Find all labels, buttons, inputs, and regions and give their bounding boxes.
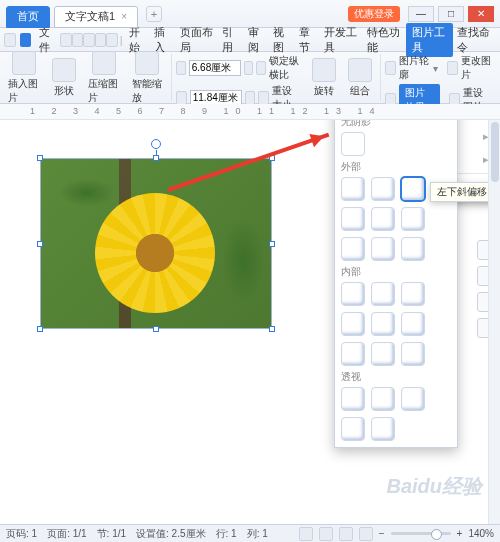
resize-handle-bl[interactable]	[37, 326, 43, 332]
vertical-scrollbar[interactable]	[488, 120, 500, 524]
shadow-persp-1[interactable]	[341, 387, 365, 411]
shadow-gallery-panel: 无阴影 外部 内部 透视	[334, 120, 458, 448]
image-icon	[12, 51, 36, 75]
zoom-out-button[interactable]: −	[379, 528, 385, 539]
section-inner-label: 内部	[341, 265, 451, 279]
shadow-outer-9[interactable]	[401, 237, 425, 261]
save-icon[interactable]	[60, 33, 72, 47]
promo-badge[interactable]: 优惠登录	[348, 6, 400, 22]
status-page[interactable]: 页码: 1	[6, 527, 37, 541]
file-icon	[20, 33, 31, 47]
resize-handle-tl[interactable]	[37, 155, 43, 161]
zoom-slider[interactable]	[391, 532, 451, 535]
menu-layout[interactable]: 页面布局	[176, 25, 219, 55]
resize-handle-br[interactable]	[269, 326, 275, 332]
stepper-icon[interactable]	[244, 61, 254, 75]
rotate-button[interactable]: 旋转	[308, 56, 340, 100]
shadow-persp-3[interactable]	[401, 387, 425, 411]
menu-dev[interactable]: 开发工具	[320, 25, 363, 55]
statusbar: 页码: 1 页面: 1/1 节: 1/1 设置值: 2.5厘米 行: 1 列: …	[0, 524, 500, 542]
view-mode-1-icon[interactable]	[299, 527, 313, 541]
shadow-inner-3[interactable]	[401, 282, 425, 306]
compress-button[interactable]: 压缩图片	[84, 49, 124, 107]
resize-handle-ml[interactable]	[37, 241, 43, 247]
menu-icon[interactable]	[4, 33, 16, 47]
menu-special[interactable]: 特色功能	[363, 25, 406, 55]
undo-icon[interactable]	[95, 33, 107, 47]
status-row: 行: 1	[216, 527, 237, 541]
size-group: 锁定纵横比 重设大小	[171, 54, 304, 101]
image-height-input[interactable]	[189, 60, 241, 76]
shadow-inner-4[interactable]	[341, 312, 365, 336]
pic-outline-button[interactable]: 图片轮廓	[399, 54, 430, 82]
zoom-in-button[interactable]: +	[457, 528, 463, 539]
resize-handle-bm[interactable]	[153, 326, 159, 332]
menubar: 文件 | 开始 插入 页面布局 引用 审阅 视图 章节 开发工具 特色功能 图片…	[0, 28, 500, 52]
new-tab-button[interactable]: +	[146, 6, 162, 22]
minimize-button[interactable]: —	[408, 6, 434, 22]
close-button[interactable]: ✕	[468, 6, 494, 22]
shadow-outer-5[interactable]	[371, 207, 395, 231]
shadow-outer-7[interactable]	[341, 237, 365, 261]
shadow-inner-7[interactable]	[341, 342, 365, 366]
zoom-label[interactable]: 140%	[468, 528, 494, 539]
view-mode-2-icon[interactable]	[319, 527, 333, 541]
shadow-inner-6[interactable]	[401, 312, 425, 336]
scale-icon	[135, 51, 159, 75]
menu-view[interactable]: 视图	[269, 25, 294, 55]
shadow-persp-2[interactable]	[371, 387, 395, 411]
workspace: 阴影(S)▸ 倒影(R)▸ 发光(G)▸ 柔化边缘(E)▸ 三维旋转(D)▸ 更…	[0, 120, 500, 524]
print-icon[interactable]	[72, 33, 84, 47]
menu-review[interactable]: 审阅	[244, 25, 269, 55]
shadow-inner-1[interactable]	[341, 282, 365, 306]
shadow-outer-3[interactable]	[401, 177, 425, 201]
shadow-outer-6[interactable]	[401, 207, 425, 231]
shadow-persp-4[interactable]	[341, 417, 365, 441]
shadow-none[interactable]	[341, 132, 365, 156]
lock-ratio-label[interactable]: 锁定纵横比	[269, 54, 300, 82]
shadow-inner-8[interactable]	[371, 342, 395, 366]
rotate-handle[interactable]	[151, 139, 161, 149]
tab-close-icon[interactable]: ×	[121, 11, 127, 22]
selected-image[interactable]	[40, 158, 272, 329]
tab-document[interactable]: 文字文稿1×	[54, 6, 138, 28]
preview-icon[interactable]	[83, 33, 95, 47]
resize-handle-tm[interactable]	[153, 155, 159, 161]
effect-group: 图片轮廓▾ 更改图片 图片效果 重设图片	[380, 54, 496, 101]
group-button[interactable]: 组合	[344, 56, 376, 100]
change-pic-button[interactable]: 更改图片	[461, 54, 492, 82]
menu-picture-tools[interactable]: 图片工具	[406, 23, 453, 57]
height-icon	[176, 61, 186, 75]
shadow-outer-4[interactable]	[341, 207, 365, 231]
shadow-inner-9[interactable]	[401, 342, 425, 366]
menu-section[interactable]: 章节	[295, 25, 320, 55]
status-pages[interactable]: 页面: 1/1	[47, 527, 86, 541]
status-col: 列: 1	[247, 527, 268, 541]
group-icon	[348, 58, 372, 82]
shadow-outer-2[interactable]	[371, 177, 395, 201]
menu-ref[interactable]: 引用	[218, 25, 243, 55]
shadow-outer-1[interactable]	[341, 177, 365, 201]
view-mode-3-icon[interactable]	[339, 527, 353, 541]
view-mode-4-icon[interactable]	[359, 527, 373, 541]
shape-icon	[52, 58, 76, 82]
resize-handle-mr[interactable]	[269, 241, 275, 247]
search-commands[interactable]: 查找命令	[453, 25, 496, 55]
insert-image-button[interactable]: 插入图片	[4, 49, 44, 107]
redo-icon[interactable]	[106, 33, 118, 47]
smart-scale-button[interactable]: 智能缩放	[128, 49, 168, 107]
shape-button[interactable]: 形状	[48, 56, 80, 100]
horizontal-ruler[interactable]	[0, 104, 500, 120]
shadow-persp-5[interactable]	[371, 417, 395, 441]
maximize-button[interactable]: □	[438, 6, 464, 22]
shadow-outer-8[interactable]	[371, 237, 395, 261]
scrollbar-thumb[interactable]	[491, 122, 499, 182]
width-icon	[176, 91, 187, 105]
stepper-icon[interactable]	[245, 91, 256, 105]
tab-home[interactable]: 首页	[6, 6, 50, 28]
reset-icon	[258, 91, 269, 105]
shadow-inner-2[interactable]	[371, 282, 395, 306]
shadow-inner-5[interactable]	[371, 312, 395, 336]
rotate-icon	[312, 58, 336, 82]
section-no-shadow-label: 无阴影	[341, 120, 451, 129]
